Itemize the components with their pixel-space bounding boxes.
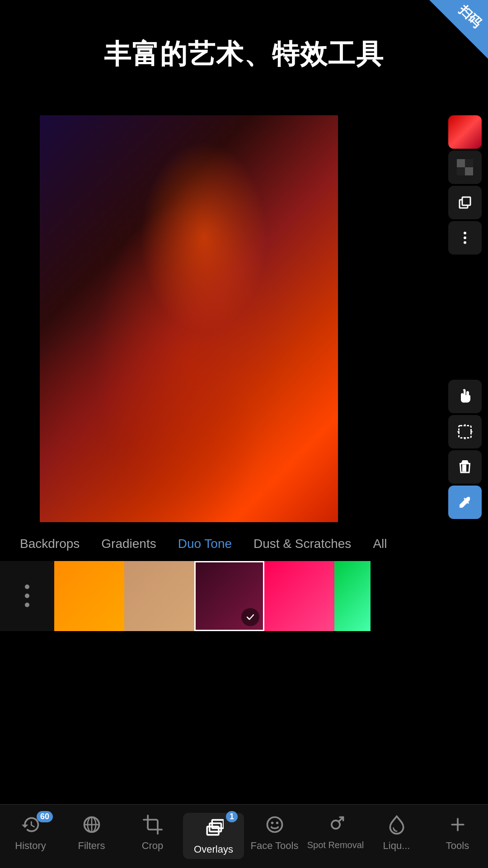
nav-item-tools[interactable]: Tools bbox=[427, 813, 488, 852]
nav-item-crop[interactable]: Crop bbox=[122, 813, 183, 852]
overlays-icon-container bbox=[202, 816, 225, 840]
svg-rect-3 bbox=[457, 167, 465, 175]
check-icon bbox=[245, 612, 255, 622]
svg-rect-9 bbox=[459, 426, 471, 438]
liquify-icon bbox=[387, 815, 407, 835]
spot-removal-icon-container bbox=[324, 813, 347, 836]
nav-item-history[interactable]: 60 History bbox=[0, 813, 61, 852]
svg-rect-5 bbox=[462, 197, 470, 205]
main-image-container bbox=[40, 115, 338, 522]
swatch-purple-red[interactable] bbox=[194, 561, 264, 631]
svg-rect-2 bbox=[465, 159, 473, 167]
right-toolbar-upper bbox=[448, 115, 483, 255]
duplicate-button[interactable] bbox=[448, 186, 482, 219]
face-tools-icon-container bbox=[263, 813, 286, 836]
corner-badge-text: 扫码 bbox=[455, 2, 485, 32]
svg-point-15 bbox=[25, 594, 29, 598]
face-tools-icon bbox=[265, 815, 285, 835]
swatch-menu[interactable] bbox=[0, 561, 54, 631]
svg-point-14 bbox=[25, 585, 29, 589]
duplicate-icon bbox=[457, 194, 473, 211]
transparency-button[interactable] bbox=[448, 151, 482, 184]
checker-icon bbox=[457, 159, 473, 175]
filter-tab-duotone[interactable]: Duo Tone bbox=[167, 532, 243, 556]
select-tool-button[interactable] bbox=[448, 415, 482, 448]
tools-icon-container bbox=[446, 813, 469, 836]
swatch-selected-check bbox=[241, 608, 259, 626]
page-title: 丰富的艺术、特效工具 bbox=[0, 36, 488, 73]
eyedropper-button[interactable] bbox=[448, 486, 482, 519]
overlays-badge: 1 bbox=[226, 811, 238, 822]
svg-point-22 bbox=[267, 817, 282, 832]
nav-item-spot-removal[interactable]: Spot Removal bbox=[305, 813, 366, 850]
face-tools-label: Face Tools bbox=[251, 840, 299, 852]
liquify-icon-container bbox=[385, 813, 408, 836]
crop-label: Crop bbox=[142, 840, 164, 852]
filter-tab-all[interactable]: All bbox=[362, 532, 398, 556]
history-label: History bbox=[15, 840, 46, 852]
photo-overlay bbox=[40, 115, 338, 522]
filters-icon bbox=[82, 815, 102, 835]
swatch-green-partial[interactable] bbox=[334, 561, 371, 631]
swatch-tan[interactable] bbox=[124, 561, 194, 631]
eyedropper-icon bbox=[457, 494, 473, 510]
filters-icon-container bbox=[80, 813, 103, 836]
delete-button[interactable] bbox=[448, 450, 482, 484]
bottom-nav: 60 History Filters Crop 1 bbox=[0, 805, 488, 868]
tools-icon bbox=[448, 815, 468, 835]
swatch-orange[interactable] bbox=[54, 561, 124, 631]
swatch-menu-icon bbox=[21, 582, 33, 609]
svg-point-7 bbox=[464, 236, 466, 239]
liquify-label: Liqu... bbox=[383, 840, 410, 852]
right-toolbar-lower bbox=[448, 380, 483, 519]
tools-label: Tools bbox=[446, 840, 469, 852]
svg-point-24 bbox=[276, 822, 278, 825]
swatch-pink[interactable] bbox=[264, 561, 334, 631]
delete-icon bbox=[457, 459, 473, 475]
overlays-label: Overlays bbox=[194, 844, 233, 855]
svg-point-16 bbox=[25, 603, 29, 607]
filters-label: Filters bbox=[78, 840, 105, 852]
hand-tool-button[interactable] bbox=[448, 380, 482, 413]
select-icon bbox=[457, 424, 473, 440]
main-image bbox=[40, 115, 338, 522]
filter-tab-dust[interactable]: Dust & Scratches bbox=[243, 532, 362, 556]
crop-icon bbox=[143, 815, 163, 835]
spot-removal-icon bbox=[326, 815, 346, 835]
filter-tab-backdrops[interactable]: Backdrops bbox=[9, 532, 90, 556]
nav-item-overlays[interactable]: 1 Overlays bbox=[183, 813, 244, 859]
nav-item-liquify[interactable]: Liqu... bbox=[366, 813, 427, 852]
nav-item-face-tools[interactable]: Face Tools bbox=[244, 813, 305, 852]
overlay-swatches bbox=[0, 560, 488, 632]
history-badge: 60 bbox=[37, 811, 53, 822]
svg-rect-0 bbox=[457, 159, 465, 167]
svg-point-8 bbox=[464, 241, 466, 244]
hand-icon bbox=[457, 388, 473, 405]
overlays-icon bbox=[204, 818, 224, 838]
more-options-button[interactable] bbox=[448, 221, 482, 255]
nav-item-filters[interactable]: Filters bbox=[61, 813, 122, 852]
filter-tabs: Backdrops Gradients Duo Tone Dust & Scra… bbox=[0, 528, 488, 560]
svg-rect-1 bbox=[465, 167, 473, 175]
svg-point-23 bbox=[271, 822, 273, 825]
more-icon bbox=[457, 230, 473, 246]
filter-tab-gradients[interactable]: Gradients bbox=[90, 532, 167, 556]
crop-icon-container bbox=[141, 813, 164, 836]
color-picker-button[interactable] bbox=[448, 115, 482, 149]
svg-point-6 bbox=[464, 232, 466, 235]
spot-removal-label: Spot Removal bbox=[307, 840, 364, 850]
